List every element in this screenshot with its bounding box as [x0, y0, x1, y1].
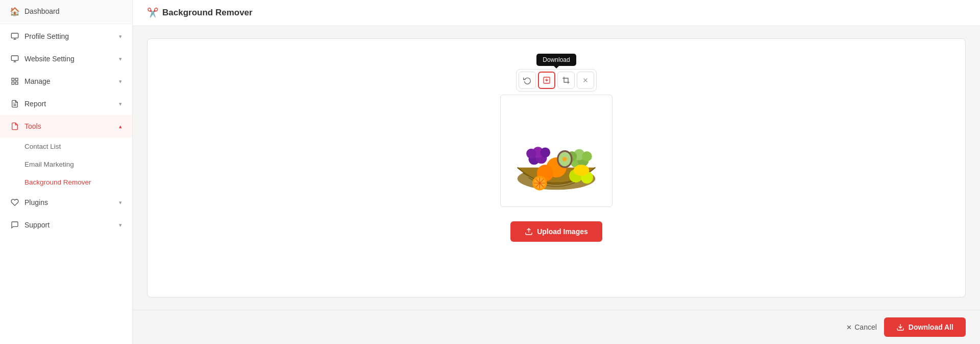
cancel-label: Cancel: [854, 323, 877, 331]
rotate-button[interactable]: [519, 72, 536, 89]
chevron-down-icon: ▾: [119, 222, 122, 228]
chevron-up-icon: ▴: [119, 123, 122, 130]
download-all-button[interactable]: Download All: [884, 317, 966, 337]
tools-icon: [10, 122, 19, 131]
cancel-button[interactable]: ✕ Cancel: [846, 323, 877, 331]
chevron-down-icon: ▾: [119, 199, 122, 206]
image-frame: [500, 95, 612, 207]
main-card: Download: [147, 38, 966, 297]
download-tooltip-wrapper: Download: [536, 54, 576, 66]
sidebar-item-background-remover[interactable]: Background Remover: [24, 173, 132, 191]
contact-list-label: Contact List: [24, 143, 61, 150]
sidebar-item-website-setting[interactable]: Website Setting ▾: [0, 48, 132, 70]
svg-rect-0: [11, 33, 18, 38]
page-header: ✂️ Background Remover: [133, 0, 980, 26]
image-toolbar: [516, 69, 597, 91]
sidebar-item-label: Profile Setting: [24, 32, 69, 40]
sidebar-item-report[interactable]: Report ▾: [0, 93, 132, 115]
sidebar-item-label: Dashboard: [24, 7, 60, 15]
sidebar-item-email-marketing[interactable]: Email Marketing: [24, 155, 132, 173]
tools-submenu: Contact List Email Marketing Background …: [0, 137, 132, 191]
email-marketing-label: Email Marketing: [24, 160, 74, 168]
report-icon: [10, 99, 19, 108]
svg-point-20: [582, 151, 592, 162]
background-remover-icon: ✂️: [147, 7, 158, 18]
bottom-bar: ✕ Cancel Download All: [133, 310, 980, 344]
download-all-label: Download All: [909, 323, 953, 331]
close-button[interactable]: [577, 72, 594, 89]
support-icon: [10, 220, 19, 230]
chevron-down-icon: ▾: [119, 56, 122, 62]
download-all-icon: [896, 323, 904, 331]
page-title: Background Remover: [162, 8, 253, 18]
sidebar-item-contact-list[interactable]: Contact List: [24, 137, 132, 155]
upload-images-button[interactable]: Upload Images: [510, 221, 602, 242]
plugins-icon: [10, 198, 19, 207]
tooltip-arrow: [554, 66, 559, 68]
chevron-down-icon: ▾: [119, 78, 122, 85]
svg-point-37: [562, 156, 567, 161]
background-remover-label: Background Remover: [24, 178, 91, 186]
sidebar-item-dashboard[interactable]: 🏠 Dashboard: [0, 0, 132, 22]
svg-rect-3: [11, 56, 18, 60]
sidebar-item-label: Tools: [24, 122, 41, 130]
svg-rect-9: [15, 82, 18, 84]
content-area: Download: [133, 26, 980, 310]
website-icon: [10, 54, 19, 63]
svg-point-25: [540, 147, 550, 157]
sidebar-item-plugins[interactable]: Plugins ▾: [0, 191, 132, 214]
sidebar-item-label: Website Setting: [24, 55, 75, 63]
manage-icon: [10, 77, 19, 86]
upload-button-label: Upload Images: [537, 227, 588, 236]
crop-button[interactable]: [557, 72, 575, 89]
sidebar-item-manage[interactable]: Manage ▾: [0, 70, 132, 93]
download-button[interactable]: [538, 72, 555, 89]
sidebar: 🏠 Dashboard Profile Setting ▾ Website Se…: [0, 0, 133, 344]
sidebar-item-label: Plugins: [24, 198, 48, 207]
fruit-basket-image: [501, 95, 612, 207]
sidebar-item-support[interactable]: Support ▾: [0, 214, 132, 236]
upload-icon: [525, 227, 533, 236]
svg-point-40: [574, 165, 590, 176]
dashboard-icon: 🏠: [10, 7, 19, 16]
profile-icon: [10, 32, 19, 41]
svg-point-26: [526, 148, 536, 158]
sidebar-item-label: Report: [24, 100, 46, 108]
cancel-x-icon: ✕: [846, 324, 852, 331]
svg-rect-7: [15, 78, 18, 81]
main-content: ✂️ Background Remover Download: [133, 0, 980, 344]
svg-rect-6: [12, 78, 14, 81]
svg-rect-8: [12, 82, 14, 84]
chevron-down-icon: ▾: [119, 101, 122, 107]
image-preview-container: Download: [500, 95, 612, 207]
sidebar-item-tools[interactable]: Tools ▴: [0, 115, 132, 137]
sidebar-item-label: Support: [24, 221, 50, 229]
sidebar-item-label: Manage: [24, 77, 51, 85]
download-tooltip: Download: [536, 54, 576, 66]
sidebar-item-profile-setting[interactable]: Profile Setting ▾: [0, 25, 132, 48]
chevron-down-icon: ▾: [119, 33, 122, 40]
